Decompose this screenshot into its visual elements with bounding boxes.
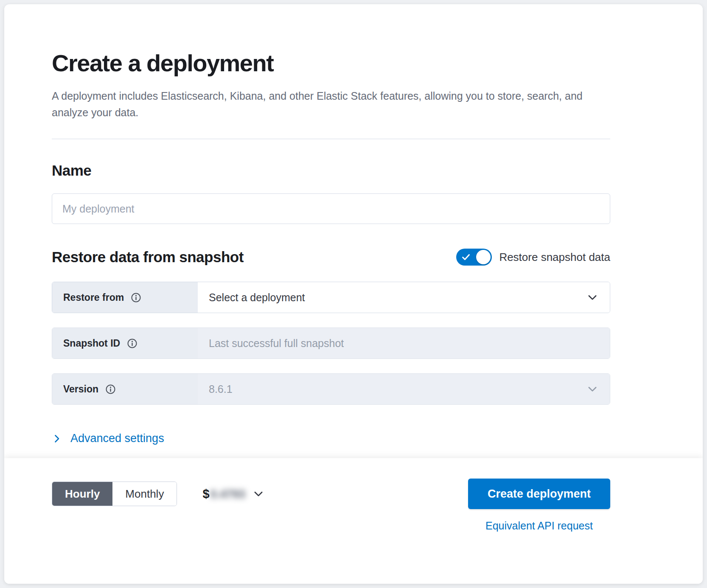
snapshot-id-label: Snapshot ID xyxy=(63,338,120,349)
info-icon[interactable] xyxy=(105,384,116,395)
snapshot-id-value: Last successful full snapshot xyxy=(209,337,344,350)
page-subtitle: A deployment includes Elasticsearch, Kib… xyxy=(52,88,599,121)
snapshot-id-row: Snapshot ID Last successful full snapsho… xyxy=(52,328,610,359)
info-icon[interactable] xyxy=(131,292,141,303)
deployment-name-input[interactable] xyxy=(52,193,610,224)
restore-toggle-label: Restore snapshot data xyxy=(499,251,610,264)
version-label: Version xyxy=(63,384,98,395)
snapshot-id-label-cell: Snapshot ID xyxy=(52,328,198,358)
chevron-right-icon xyxy=(52,434,62,444)
restore-from-value: Select a deployment xyxy=(209,291,305,304)
restore-from-label: Restore from xyxy=(63,292,124,303)
snapshot-id-input: Last successful full snapshot xyxy=(198,328,610,358)
divider xyxy=(52,139,610,139)
info-icon[interactable] xyxy=(127,338,137,349)
restore-from-label-cell: Restore from xyxy=(52,282,198,313)
version-value: 8.6.1 xyxy=(209,383,233,395)
price-amount-blurred: 0.4793 xyxy=(210,488,246,501)
restore-snapshot-toggle[interactable] xyxy=(456,249,492,266)
equivalent-api-request-link[interactable]: Equivalent API request xyxy=(485,520,593,532)
footer-left: Hourly Monthly $ 0.4793 xyxy=(52,479,265,509)
restore-from-row: Restore from Select a deployment xyxy=(52,282,610,313)
check-icon xyxy=(461,252,471,262)
price-dropdown[interactable]: $ 0.4793 xyxy=(202,487,265,501)
name-section-heading: Name xyxy=(52,162,610,179)
price-text: $ 0.4793 xyxy=(202,487,245,501)
create-deployment-button[interactable]: Create deployment xyxy=(468,479,610,509)
version-select: 8.6.1 xyxy=(198,374,610,404)
toggle-knob xyxy=(476,250,491,264)
footer-right: Create deployment Equivalent API request xyxy=(468,479,610,532)
billing-interval-group: Hourly Monthly xyxy=(52,482,177,506)
footer-bar: Hourly Monthly $ 0.4793 Create deploymen… xyxy=(4,458,703,584)
price-currency: $ xyxy=(202,487,209,501)
advanced-settings-link[interactable]: Advanced settings xyxy=(52,432,164,445)
chevron-down-icon xyxy=(586,383,599,395)
restore-toggle-group: Restore snapshot data xyxy=(456,249,610,266)
chevron-down-icon xyxy=(586,291,599,304)
restore-section-header: Restore data from snapshot Restore snaps… xyxy=(52,249,610,266)
restore-section-heading: Restore data from snapshot xyxy=(52,249,244,266)
billing-monthly-button[interactable]: Monthly xyxy=(112,482,177,506)
main-content: Create a deployment A deployment include… xyxy=(4,4,703,458)
screen: Create a deployment A deployment include… xyxy=(0,0,707,588)
version-row: Version 8.6.1 xyxy=(52,373,610,405)
advanced-settings-label: Advanced settings xyxy=(70,432,164,445)
chevron-down-icon xyxy=(252,487,265,500)
restore-from-select[interactable]: Select a deployment xyxy=(198,282,610,313)
page-title: Create a deployment xyxy=(52,49,610,77)
billing-hourly-button[interactable]: Hourly xyxy=(52,482,112,506)
version-label-cell: Version xyxy=(52,374,198,404)
create-deployment-card: Create a deployment A deployment include… xyxy=(4,4,703,584)
restore-form-rows: Restore from Select a deployment xyxy=(52,282,610,405)
